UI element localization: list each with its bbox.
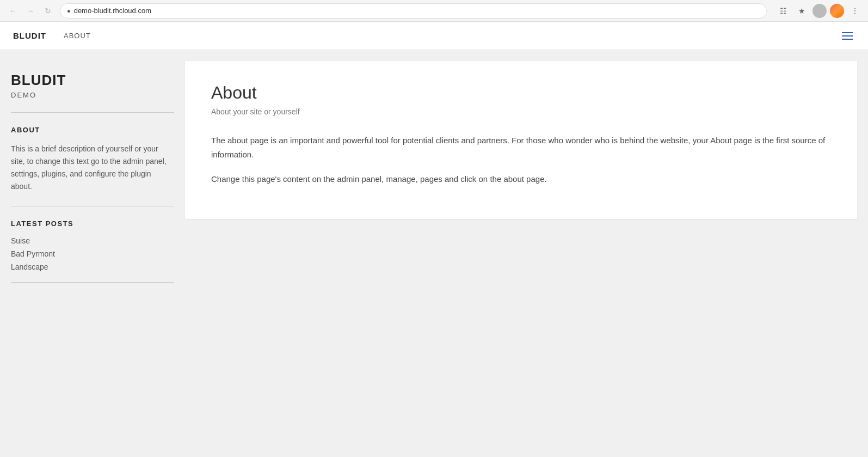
firefox-icon [830, 4, 844, 18]
hamburger-line-2 [842, 35, 853, 36]
hamburger-button[interactable] [840, 30, 855, 42]
site-header: BLUDIT ABOUT [0, 22, 868, 50]
sidebar-post-item-0[interactable]: Suise [11, 236, 174, 245]
hamburger-line-3 [842, 39, 853, 40]
sidebar-site-subtitle: DEMO [11, 91, 174, 99]
page-subtitle: About your site or yourself [211, 107, 831, 116]
sidebar-about-title: ABOUT [11, 126, 174, 134]
back-button[interactable]: ← [5, 3, 21, 19]
bookmark-icon[interactable]: ★ [794, 3, 809, 19]
main-layout: BLUDIT DEMO ABOUT This is a brief descri… [0, 50, 868, 457]
content-paragraph-1: The about page is an important and power… [211, 133, 831, 161]
sidebar-site-title: BLUDIT [11, 72, 174, 89]
hamburger-line-1 [842, 32, 853, 33]
sidebar-divider-3 [11, 282, 174, 283]
content-card: About About your site or yourself The ab… [185, 61, 857, 219]
content-body: The about page is an important and power… [211, 133, 831, 186]
sidebar-post-item-2[interactable]: Landscape [11, 263, 174, 271]
browser-toolbar-icons: ☷ ★ ⋮ [775, 3, 863, 19]
content-paragraph-2: Change this page's content on the admin … [211, 172, 831, 186]
lock-icon: ● [67, 8, 71, 14]
page-title: About [211, 83, 831, 103]
address-bar[interactable]: ● demo-bludit.rhcloud.com [60, 3, 767, 19]
menu-icon[interactable]: ⋮ [847, 3, 863, 19]
forward-button[interactable]: → [23, 3, 38, 19]
sidebar-about-description: This is a brief description of yourself … [11, 143, 174, 193]
sidebar-post-item-1[interactable]: Bad Pyrmont [11, 249, 174, 258]
browser-nav-buttons: ← → ↻ [5, 3, 56, 19]
translate-icon[interactable]: ☷ [775, 3, 791, 19]
site-logo[interactable]: BLUDIT [13, 31, 46, 40]
nav-about[interactable]: ABOUT [64, 32, 91, 40]
sidebar-latest-posts-title: LATEST POSTS [11, 220, 174, 228]
sidebar: BLUDIT DEMO ABOUT This is a brief descri… [11, 61, 174, 446]
profile-icon[interactable] [812, 4, 827, 18]
site-header-right [840, 30, 855, 42]
site-header-left: BLUDIT ABOUT [13, 31, 91, 40]
browser-chrome: ← → ↻ ● demo-bludit.rhcloud.com ☷ ★ ⋮ [0, 0, 868, 22]
url-text: demo-bludit.rhcloud.com [74, 7, 760, 15]
sidebar-divider-1 [11, 112, 174, 113]
main-content: About About your site or yourself The ab… [185, 61, 857, 446]
sidebar-divider-2 [11, 206, 174, 206]
reload-button[interactable]: ↻ [40, 3, 56, 19]
